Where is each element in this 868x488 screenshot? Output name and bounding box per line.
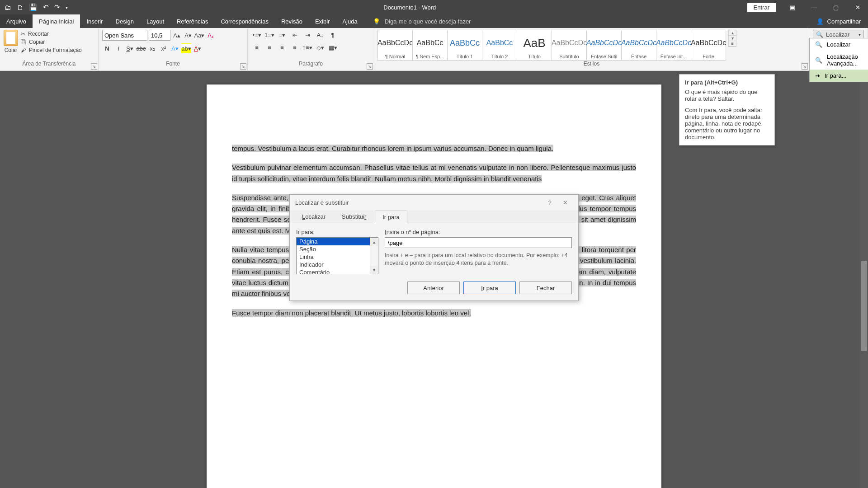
font-size-combo[interactable]	[149, 30, 170, 41]
clear-format-button[interactable]: Aᵪ	[206, 30, 216, 40]
open-icon[interactable]: 🗂	[5, 4, 11, 11]
goto-button[interactable]: Ir para	[463, 282, 516, 294]
indent-inc-button[interactable]: ⇥	[302, 30, 313, 40]
save-icon[interactable]: 💾	[29, 3, 38, 11]
list-item[interactable]: Página	[297, 238, 378, 245]
close-button[interactable]: ✕	[847, 0, 868, 14]
style-preview: AaBbCcDc	[621, 32, 656, 54]
tell-me[interactable]: 💡 Diga-me o que você deseja fazer	[373, 14, 471, 28]
highlight-button[interactable]: ab▾	[181, 43, 191, 53]
style-item[interactable]: AaBTítulo	[517, 30, 552, 61]
vertical-scrollbar[interactable]	[860, 71, 868, 488]
shrink-font-button[interactable]: A▾	[183, 30, 193, 40]
dialog-close-button[interactable]: ✕	[557, 199, 573, 206]
share-button[interactable]: 👤 Compartilhar	[809, 14, 868, 28]
tab-design[interactable]: Design	[109, 14, 140, 28]
format-painter-button[interactable]: 🖌Pincel de Formatação	[21, 47, 82, 53]
text-effects-button[interactable]: A▾	[170, 43, 180, 53]
sort-button[interactable]: A↓	[315, 30, 326, 40]
tab-help[interactable]: Ajuda	[336, 14, 363, 28]
list-item[interactable]: Comentário	[297, 268, 378, 274]
tab-mailings[interactable]: Correspondências	[214, 14, 275, 28]
menu-goto[interactable]: ➜Ir para...	[810, 70, 868, 82]
style-item[interactable]: AaBbCcDcÊnfase Int...	[656, 30, 691, 61]
maximize-button[interactable]: ▢	[826, 0, 846, 14]
signin-button[interactable]: Entrar	[747, 3, 776, 12]
new-icon[interactable]: 🗋	[17, 4, 24, 11]
goto-listbox[interactable]: PáginaSeçãoLinhaIndicadorComentárioNota …	[296, 237, 378, 274]
menu-find[interactable]: 🔍Localizar	[810, 38, 868, 51]
tab-layout[interactable]: Layout	[140, 14, 170, 28]
style-item[interactable]: AaBbCcDcÊnfase	[621, 30, 656, 61]
strike-button[interactable]: abc	[136, 43, 146, 53]
scrollbar-thumb[interactable]	[861, 261, 867, 351]
tab-file[interactable]: Arquivo	[0, 14, 33, 28]
list-item[interactable]: Seção	[297, 245, 378, 253]
underline-button[interactable]: S▾	[125, 43, 135, 53]
shading-button[interactable]: ◇▾	[315, 42, 326, 52]
style-item[interactable]: AaBbCcTítulo 1	[447, 30, 482, 61]
paragraph-launcher[interactable]: ↘	[367, 63, 373, 70]
font-color-button[interactable]: A▾	[193, 43, 203, 53]
menu-advanced-find[interactable]: 🔍Localização Avançada...	[810, 51, 868, 70]
prev-button[interactable]: Anterior	[407, 282, 460, 294]
align-center-button[interactable]: ≡	[264, 42, 275, 52]
copy-button[interactable]: ⿻Copiar	[21, 39, 82, 45]
bold-button[interactable]: N	[102, 43, 112, 53]
list-item[interactable]: Indicador	[297, 261, 378, 268]
qat-menu-icon[interactable]: ▾	[66, 5, 68, 10]
styles-down-icon[interactable]: ▾	[729, 36, 736, 41]
clipboard-launcher[interactable]: ↘	[91, 63, 97, 70]
tab-references[interactable]: Referências	[170, 14, 214, 28]
undo-icon[interactable]: ↶	[43, 3, 49, 11]
list-up-icon[interactable]: ▴	[370, 238, 378, 246]
page-input[interactable]	[385, 237, 572, 248]
paste-button[interactable]: Colar	[4, 30, 18, 53]
style-item[interactable]: AaBbCcDcÊnfase Sutil	[586, 30, 622, 61]
subscript-button[interactable]: x₂	[147, 43, 157, 53]
style-item[interactable]: AaBbCc¶ Sem Esp...	[412, 30, 448, 61]
list-item[interactable]: Linha	[297, 253, 378, 261]
show-marks-button[interactable]: ¶	[327, 30, 338, 40]
styles-up-icon[interactable]: ▴	[729, 30, 736, 36]
tab-review[interactable]: Revisão	[275, 14, 309, 28]
borders-button[interactable]: ▦▾	[327, 42, 338, 52]
align-justify-button[interactable]: ≡	[289, 42, 300, 52]
minimize-button[interactable]: —	[804, 0, 825, 14]
numbering-button[interactable]: 1≡▾	[264, 30, 275, 40]
bullets-button[interactable]: •≡▾	[251, 30, 262, 40]
dialog-help-button[interactable]: ?	[542, 199, 557, 206]
style-item[interactable]: AaBbCcDcSubtítulo	[552, 30, 587, 61]
font-launcher[interactable]: ↘	[240, 63, 246, 70]
doc-p1: tempus. Vestibulum a lacus erat. Curabit…	[232, 145, 553, 152]
align-left-button[interactable]: ≡	[251, 42, 262, 52]
styles-scroll[interactable]: ▴ ▾ ≡	[728, 30, 736, 47]
redo-icon[interactable]: ↷	[54, 3, 60, 11]
menu-find-label: Localizar	[827, 41, 850, 48]
styles-gallery[interactable]: AaBbCcDc¶ NormalAaBbCc¶ Sem Esp...AaBbCc…	[378, 30, 726, 61]
style-item[interactable]: AaBbCcDcForte	[691, 30, 726, 61]
dialog-tab-find[interactable]: Localizar	[294, 210, 333, 223]
tab-view[interactable]: Exibir	[309, 14, 336, 28]
grow-font-button[interactable]: A▴	[172, 30, 182, 40]
cut-button[interactable]: ✂Recortar	[21, 31, 82, 37]
indent-dec-button[interactable]: ⇤	[289, 30, 300, 40]
italic-button[interactable]: I	[113, 43, 123, 53]
dialog-tab-replace[interactable]: Substituir	[334, 210, 374, 223]
style-item[interactable]: AaBbCcTítulo 2	[482, 30, 517, 61]
list-down-icon[interactable]: ▾	[370, 266, 378, 274]
change-case-button[interactable]: Aa▾	[194, 30, 204, 40]
font-family-combo[interactable]	[102, 30, 147, 41]
superscript-button[interactable]: x²	[159, 43, 169, 53]
align-right-button[interactable]: ≡	[277, 42, 288, 52]
ribbon-options-icon[interactable]: ▣	[782, 0, 803, 14]
tab-home[interactable]: Página Inicial	[33, 14, 80, 28]
style-item[interactable]: AaBbCcDc¶ Normal	[377, 30, 413, 61]
multilevel-button[interactable]: ≡▾	[277, 30, 288, 40]
tab-insert[interactable]: Inserir	[80, 14, 109, 28]
styles-launcher[interactable]: ↘	[802, 63, 808, 70]
close-button-dialog[interactable]: Fechar	[519, 282, 572, 294]
dialog-tab-goto[interactable]: Ir para	[375, 211, 407, 223]
line-spacing-button[interactable]: ‡≡▾	[302, 42, 313, 52]
styles-more-icon[interactable]: ≡	[729, 41, 736, 47]
